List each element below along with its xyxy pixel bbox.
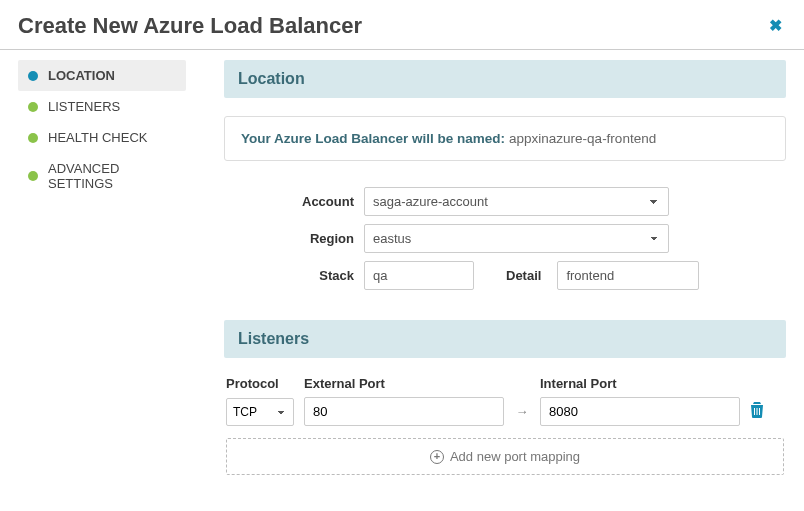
name-preview-bar: Your Azure Load Balancer will be named: … bbox=[224, 116, 786, 161]
section-header-location: Location bbox=[224, 60, 786, 98]
detail-input[interactable] bbox=[557, 261, 699, 290]
sidebar-item-label: LOCATION bbox=[48, 68, 115, 83]
region-label: Region bbox=[224, 231, 354, 246]
account-label: Account bbox=[224, 194, 354, 209]
region-select[interactable]: eastus bbox=[364, 224, 669, 253]
trash-icon[interactable] bbox=[750, 402, 764, 421]
account-select[interactable]: saga-azure-account bbox=[364, 187, 669, 216]
bullet-icon bbox=[28, 133, 38, 143]
sidebar-item-label: HEALTH CHECK bbox=[48, 130, 147, 145]
bullet-icon bbox=[28, 102, 38, 112]
sidebar-item-advanced-settings[interactable]: ADVANCED SETTINGS bbox=[18, 153, 186, 199]
sidebar-item-health-check[interactable]: HEALTH CHECK bbox=[18, 122, 186, 153]
stack-label: Stack bbox=[224, 268, 354, 283]
add-port-mapping-label: Add new port mapping bbox=[450, 449, 580, 464]
detail-label: Detail bbox=[506, 268, 541, 283]
add-port-mapping-button[interactable]: + Add new port mapping bbox=[226, 438, 784, 475]
row-region: Region eastus bbox=[224, 224, 786, 253]
bullet-icon bbox=[28, 71, 38, 81]
stack-input[interactable] bbox=[364, 261, 474, 290]
plus-icon: + bbox=[430, 450, 444, 464]
external-port-input[interactable] bbox=[304, 397, 504, 426]
sidebar-item-listeners[interactable]: LISTENERS bbox=[18, 91, 186, 122]
row-stack-detail: Stack Detail bbox=[224, 261, 786, 290]
row-account: Account saga-azure-account bbox=[224, 187, 786, 216]
name-preview-value: appxinazure-qa-frontend bbox=[509, 131, 656, 146]
section-location: Location Your Azure Load Balancer will b… bbox=[224, 60, 786, 290]
close-icon[interactable]: ✖ bbox=[765, 12, 786, 39]
sidebar-item-label: LISTENERS bbox=[48, 99, 120, 114]
arrow-icon: → bbox=[514, 404, 530, 419]
dialog-body: LOCATION LISTENERS HEALTH CHECK ADVANCED… bbox=[0, 50, 804, 511]
sidebar-item-location[interactable]: LOCATION bbox=[18, 60, 186, 91]
protocol-select[interactable]: TCP bbox=[226, 398, 294, 426]
sidebar-item-label: ADVANCED SETTINGS bbox=[48, 161, 176, 191]
sidebar: LOCATION LISTENERS HEALTH CHECK ADVANCED… bbox=[18, 60, 186, 501]
col-protocol-label: Protocol bbox=[226, 376, 294, 391]
section-listeners: Listeners Protocol External Port Interna… bbox=[224, 320, 786, 475]
listeners-body: Protocol External Port Internal Port TCP… bbox=[224, 376, 786, 475]
main-content: Location Your Azure Load Balancer will b… bbox=[224, 60, 786, 501]
section-header-listeners: Listeners bbox=[224, 320, 786, 358]
dialog-title: Create New Azure Load Balancer bbox=[18, 13, 362, 39]
listeners-header-row: Protocol External Port Internal Port bbox=[226, 376, 784, 391]
dialog-header: Create New Azure Load Balancer ✖ bbox=[0, 0, 804, 50]
name-preview-label: Your Azure Load Balancer will be named: bbox=[241, 131, 505, 146]
listener-row: TCP → bbox=[226, 397, 784, 426]
internal-port-input[interactable] bbox=[540, 397, 740, 426]
col-ext-label: External Port bbox=[304, 376, 504, 391]
col-int-label: Internal Port bbox=[540, 376, 740, 391]
bullet-icon bbox=[28, 171, 38, 181]
